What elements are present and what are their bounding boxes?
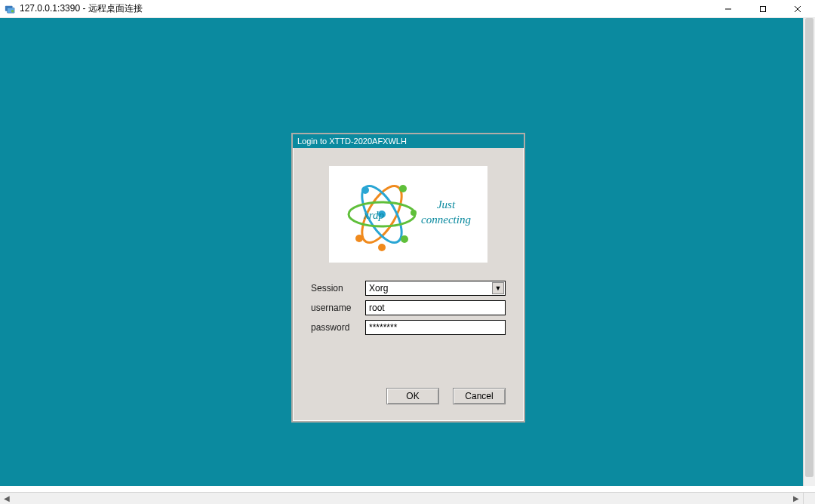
window-title: 127.0.0.1:3390 - 远程桌面连接 — [20, 2, 711, 15]
session-label: Session — [311, 283, 365, 293]
session-selected-value: Xorg — [369, 283, 388, 293]
scroll-left-icon[interactable]: ◀ — [0, 493, 14, 504]
window-titlebar: 127.0.0.1:3390 - 远程桌面连接 — [0, 0, 815, 18]
logo-tagline-1: Just — [437, 198, 456, 211]
password-row: password — [311, 320, 506, 335]
svg-point-11 — [361, 186, 369, 194]
xrdp-logo-icon: xrdp Just connecting — [329, 166, 487, 263]
close-button[interactable] — [780, 0, 815, 18]
vertical-scrollbar[interactable] — [803, 18, 815, 486]
minimize-button[interactable] — [711, 0, 746, 18]
svg-point-16 — [411, 210, 417, 216]
login-dialog-body: xrdp Just connecting Session Xorg ▼ user… — [293, 148, 524, 421]
username-label: username — [311, 303, 365, 313]
session-row: Session Xorg ▼ — [311, 281, 506, 296]
svg-point-2 — [11, 9, 14, 12]
horizontal-scrollbar[interactable]: ◀ ▶ — [0, 492, 803, 504]
cancel-button[interactable]: Cancel — [453, 388, 506, 404]
login-dialog-title: Login to XTTD-2020AFXWLH — [297, 137, 407, 146]
window-controls — [711, 0, 815, 18]
logo-tagline-2: connecting — [421, 214, 471, 226]
remote-desktop-viewport[interactable]: Login to XTTD-2020AFXWLH — [0, 18, 815, 486]
svg-point-13 — [401, 235, 408, 243]
svg-point-14 — [355, 235, 363, 242]
password-input[interactable] — [365, 320, 506, 335]
password-label: password — [311, 322, 365, 333]
chevron-down-icon: ▼ — [492, 282, 504, 294]
scrollbar-corner — [803, 492, 815, 504]
username-row: username — [311, 300, 506, 315]
xrdp-logo-panel: xrdp Just connecting — [329, 166, 487, 263]
vertical-scrollbar-thumb[interactable] — [805, 18, 813, 477]
svg-point-12 — [399, 185, 407, 192]
svg-rect-4 — [761, 6, 766, 11]
dialog-button-row: OK Cancel — [311, 388, 506, 404]
svg-point-15 — [378, 244, 386, 251]
xrdp-login-dialog: Login to XTTD-2020AFXWLH — [291, 133, 525, 423]
rdp-icon — [5, 4, 15, 14]
ok-button[interactable]: OK — [386, 388, 439, 404]
maximize-button[interactable] — [746, 0, 780, 18]
username-input[interactable] — [365, 300, 506, 315]
scroll-right-icon[interactable]: ▶ — [789, 493, 803, 504]
logo-brand-text: xrdp — [363, 209, 384, 221]
session-select[interactable]: Xorg ▼ — [365, 281, 506, 296]
login-dialog-titlebar: Login to XTTD-2020AFXWLH — [293, 134, 524, 148]
